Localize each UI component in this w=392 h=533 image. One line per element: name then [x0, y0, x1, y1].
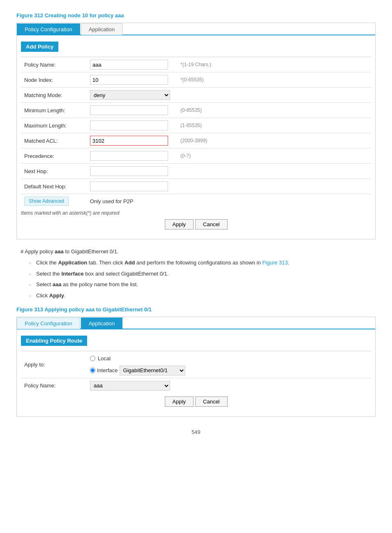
- interface-label: Interface: [97, 367, 118, 373]
- interface-radio[interactable]: [90, 368, 95, 373]
- table-row: Node Index: *(0-65535): [21, 72, 371, 88]
- local-label: Local: [98, 355, 111, 362]
- policy-name-input[interactable]: [90, 60, 168, 70]
- form1-table: Policy Name: *(1-19 Chars.) Node Index: …: [21, 57, 371, 208]
- table-row: Matched ACL: (2000-3999): [21, 133, 371, 148]
- tab-panel-2: Policy Configuration Application Enablin…: [16, 317, 376, 417]
- list-item: Select aaa as the policy name from the l…: [29, 280, 371, 289]
- form1-button-row: Apply Cancel: [21, 219, 371, 229]
- text-section: # Apply policy aaa to GigabitEthernet 0/…: [16, 248, 376, 300]
- tab-policy-configuration-1[interactable]: Policy Configuration: [17, 23, 80, 35]
- field-label-default-next-hop: Default Next Hop:: [21, 179, 87, 194]
- tab-application-1[interactable]: Application: [81, 23, 123, 35]
- table-row: Default Next Hop:: [21, 179, 371, 194]
- show-advanced-note: Only used for P2P: [87, 194, 371, 209]
- table-row: Apply to: Local Interface Giga: [21, 351, 371, 378]
- required-note: Items marked with an asterisk(*) are req…: [21, 210, 371, 216]
- form1-apply-button[interactable]: Apply: [165, 219, 194, 229]
- field-hint-next-hop: [177, 164, 371, 179]
- field-label-matching-mode: Matching Mode:: [21, 88, 87, 103]
- bold-aaa: aaa: [53, 281, 62, 287]
- list-item: Click the Application tab. Then click Ad…: [29, 259, 371, 267]
- field-label-matched-acl: Matched ACL:: [21, 133, 87, 148]
- figure312-title: Figure 312 Creating node 10 for policy a…: [16, 12, 376, 19]
- bold-interface: Interface: [61, 271, 83, 277]
- table-row: Minimum Length: (0-65535): [21, 103, 371, 118]
- table-row: Policy Name: *(1-19 Chars.): [21, 57, 371, 72]
- next-hop-input[interactable]: [90, 166, 168, 176]
- precedence-input[interactable]: [90, 151, 168, 161]
- tab-bar-1: Policy Configuration Application: [17, 23, 375, 35]
- form2-apply-button[interactable]: Apply: [165, 396, 194, 407]
- field-hint-matched-acl: (2000-3999): [177, 133, 371, 148]
- matching-mode-select[interactable]: deny permit: [90, 90, 170, 100]
- field-label-policy-name: Policy Name:: [21, 57, 87, 72]
- table-row: Maximum Length: (1-65535): [21, 118, 371, 133]
- figure312-section: Figure 312 Creating node 10 for policy a…: [16, 12, 376, 239]
- max-length-input[interactable]: [90, 121, 168, 130]
- field-hint-matching-mode: [177, 88, 371, 103]
- field-label-node-index: Node Index:: [21, 72, 87, 88]
- tab-panel-1: Policy Configuration Application Add Pol…: [16, 23, 376, 239]
- page-number: 549: [16, 429, 376, 435]
- add-policy-header: Add Policy: [21, 42, 58, 52]
- table-row: Matching Mode: deny permit: [21, 88, 371, 103]
- form1-container: Add Policy Policy Name: *(1-19 Chars.) N…: [17, 35, 375, 239]
- form2-button-row: Apply Cancel: [21, 396, 371, 407]
- field-label-next-hop: Next Hop:: [21, 164, 87, 179]
- default-next-hop-input[interactable]: [90, 181, 168, 191]
- hash-bold-aaa: aaa: [55, 248, 64, 255]
- form1-cancel-button[interactable]: Cancel: [195, 219, 227, 229]
- field-label-apply-to: Apply to:: [21, 351, 87, 378]
- min-length-input[interactable]: [90, 105, 168, 115]
- policy-name-select[interactable]: aaa: [90, 381, 170, 391]
- hash-line: # Apply policy aaa to GigabitEthernet 0/…: [21, 248, 371, 256]
- field-hint-max-length: (1-65535): [177, 118, 371, 133]
- bold-add: Add: [125, 260, 135, 266]
- field-hint-policy-name: *(1-19 Chars.): [177, 57, 371, 72]
- tab-application-2[interactable]: Application: [81, 317, 123, 329]
- tab-bar-2: Policy Configuration Application: [17, 317, 375, 329]
- field-label-policy-name-2: Policy Name:: [21, 378, 87, 393]
- figure313-link[interactable]: Figure 313: [262, 260, 288, 266]
- interface-radio-row: Interface GigabitEthernet0/1: [90, 366, 368, 375]
- table-row: Next Hop:: [21, 164, 371, 179]
- list-item: Select the Interface box and select Giga…: [29, 270, 371, 278]
- local-radio-row: Local: [90, 354, 368, 363]
- list-item: Click Apply.: [29, 292, 371, 300]
- local-radio[interactable]: [90, 356, 95, 361]
- table-row: Show Advanced Only used for P2P: [21, 194, 371, 209]
- bullet-list: Click the Application tab. Then click Ad…: [21, 259, 371, 300]
- form2-table: Apply to: Local Interface Giga: [21, 351, 371, 393]
- bold-apply: Apply: [49, 292, 64, 299]
- interface-select[interactable]: GigabitEthernet0/1: [120, 366, 185, 375]
- form2-cancel-button[interactable]: Cancel: [195, 396, 227, 407]
- field-label-min-length: Minimum Length:: [21, 103, 87, 118]
- table-row: Precedence: (0-7): [21, 148, 371, 164]
- table-row: Policy Name: aaa: [21, 378, 371, 393]
- field-hint-min-length: (0-65535): [177, 103, 371, 118]
- field-hint-node-index: *(0-65535): [177, 72, 371, 88]
- field-label-max-length: Maximum Length:: [21, 118, 87, 133]
- field-hint-default-next-hop: [177, 179, 371, 194]
- form2-container: Enabling Policy Route Apply to: Local: [17, 329, 375, 416]
- tab-policy-configuration-2[interactable]: Policy Configuration: [17, 317, 80, 329]
- enabling-policy-route-header: Enabling Policy Route: [21, 336, 87, 346]
- figure313-section: Figure 313 Applying policy aaa to Gigabi…: [16, 306, 376, 417]
- bold-application: Application: [58, 260, 87, 266]
- matched-acl-input[interactable]: [90, 136, 168, 146]
- field-label-precedence: Precedence:: [21, 148, 87, 164]
- node-index-input[interactable]: [90, 75, 168, 85]
- show-advanced-button[interactable]: Show Advanced: [24, 197, 69, 206]
- apply-to-values: Local Interface GigabitEthernet0/1: [90, 354, 368, 375]
- field-hint-precedence: (0-7): [177, 148, 371, 164]
- figure313-title: Figure 313 Applying policy aaa to Gigabi…: [16, 306, 376, 313]
